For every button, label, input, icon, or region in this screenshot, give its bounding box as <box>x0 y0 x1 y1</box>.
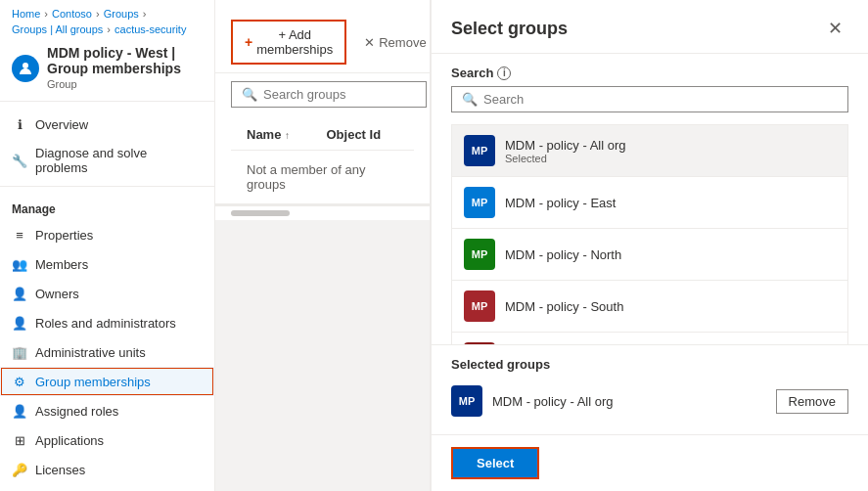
sidebar-nav: ℹ Overview 🔧 Diagnose and solve problems… <box>0 102 214 491</box>
toolbar: + + Add memberships ✕ Remove <box>231 12 414 72</box>
gear-icon: ⚙ <box>12 374 27 389</box>
add-memberships-label: + Add memberships <box>256 27 333 57</box>
group-item-east[interactable]: MP MDM - policy - East <box>452 177 847 229</box>
panel-title: Select groups <box>451 19 568 39</box>
page-header: MDM policy - West | Group memberships Gr… <box>0 39 214 102</box>
roles-icon: 👤 <box>12 315 27 331</box>
page-subtitle: Group <box>47 78 77 90</box>
col-name-header: Name ↑ <box>247 127 319 142</box>
sidebar-item-azure-roles[interactable]: 🛡 Azure role assignments <box>0 484 214 491</box>
avatar-north: MP <box>464 239 495 270</box>
sidebar-item-group-memberships[interactable]: ⚙ Group memberships <box>0 367 214 396</box>
group-info-all-org: MDM - policy - All org Selected <box>505 138 836 164</box>
scroll-row <box>215 204 430 220</box>
breadcrumb-contoso[interactable]: Contoso <box>52 8 92 20</box>
manage-section-label: Manage <box>0 191 214 220</box>
sidebar-label-assigned-roles: Assigned roles <box>35 404 118 419</box>
sidebar-item-admin-units[interactable]: 🏢 Administrative units <box>0 337 214 367</box>
group-list: MP MDM - policy - All org Selected MP MD… <box>451 124 848 344</box>
group-name-south: MDM - policy - South <box>505 299 836 314</box>
sidebar-label-roles: Roles and administrators <box>35 316 176 331</box>
licenses-icon: 🔑 <box>12 462 27 477</box>
sidebar-item-diagnose[interactable]: 🔧 Diagnose and solve problems <box>0 139 214 182</box>
wrench-icon: 🔧 <box>12 153 27 168</box>
search-info-icon: i <box>497 67 511 80</box>
remove-x-icon: ✕ <box>364 35 375 50</box>
info-icon: ℹ <box>12 116 27 132</box>
search-groups-input[interactable] <box>263 87 416 102</box>
select-button[interactable]: Select <box>451 447 539 479</box>
selected-item-all-org: MP MDM - policy - All org Remove <box>451 379 848 423</box>
sidebar-item-owners[interactable]: 👤 Owners <box>0 279 214 308</box>
page-title: MDM policy - West | Group memberships <box>47 45 203 76</box>
sidebar-label-admin-units: Administrative units <box>35 345 146 360</box>
sidebar: Home › Contoso › Groups › Groups | All g… <box>0 0 215 491</box>
selected-section-title: Selected groups <box>451 357 848 372</box>
group-name-all-org: MDM - policy - All org <box>505 138 836 153</box>
sidebar-item-roles[interactable]: 👤 Roles and administrators <box>0 308 214 337</box>
sidebar-item-members[interactable]: 👥 Members <box>0 249 214 279</box>
scroll-thumb[interactable] <box>231 210 290 216</box>
search-icon: 🔍 <box>242 87 257 102</box>
sidebar-label-overview: Overview <box>35 117 88 132</box>
remove-selected-button[interactable]: Remove <box>776 389 848 414</box>
main-content: + + Add memberships ✕ Remove 🔍 Name ↑ Ob… <box>215 0 430 491</box>
panel-search-container: 🔍 <box>451 86 848 112</box>
search-groups-container: 🔍 <box>231 81 427 108</box>
page-icon <box>12 55 39 82</box>
sidebar-item-licenses[interactable]: 🔑 Licenses <box>0 455 214 484</box>
select-groups-panel: Select groups ✕ Search i 🔍 MP MDM - poli… <box>430 0 868 491</box>
breadcrumb-cactus[interactable]: cactus-security <box>114 23 186 35</box>
sidebar-item-overview[interactable]: ℹ Overview <box>0 110 214 139</box>
sidebar-item-properties[interactable]: ≡ Properties <box>0 220 214 249</box>
owner-icon: 👤 <box>12 286 27 301</box>
members-icon: 👥 <box>12 256 27 272</box>
selected-name-all-org: MDM - policy - All org <box>492 394 766 409</box>
breadcrumb-all-groups[interactable]: Groups | All groups <box>12 23 103 35</box>
group-item-all-org[interactable]: MP MDM - policy - All org Selected <box>452 125 847 177</box>
sidebar-item-applications[interactable]: ⊞ Applications <box>0 425 214 455</box>
sidebar-item-assigned-roles[interactable]: 👤 Assigned roles <box>0 396 214 425</box>
group-item-north[interactable]: MP MDM - policy - North <box>452 229 847 281</box>
sidebar-label-properties: Properties <box>35 228 93 243</box>
sort-icon: ↑ <box>285 130 290 141</box>
applications-icon: ⊞ <box>12 432 27 448</box>
table-body: Not a member of any groups <box>231 151 414 203</box>
search-row: 🔍 <box>215 73 430 115</box>
group-name-east: MDM - policy - East <box>505 196 836 210</box>
main-header: + + Add memberships ✕ Remove <box>215 0 430 73</box>
add-memberships-button[interactable]: + + Add memberships <box>231 20 346 65</box>
sidebar-label-owners: Owners <box>35 287 79 301</box>
table-header: Name ↑ Object Id <box>231 119 414 151</box>
page-header-text: MDM policy - West | Group memberships Gr… <box>47 45 203 91</box>
group-item-south[interactable]: MP MDM - policy - South <box>452 281 847 333</box>
panel-search-input[interactable] <box>483 92 838 107</box>
plus-icon: + <box>245 34 252 50</box>
panel-search-icon: 🔍 <box>462 92 478 107</box>
avatar-east: MP <box>464 187 495 218</box>
panel-header: Select groups ✕ <box>432 0 868 54</box>
svg-point-0 <box>23 63 28 68</box>
divider-1 <box>0 186 214 187</box>
group-selected-tag-all-org: Selected <box>505 153 836 164</box>
admin-units-icon: 🏢 <box>12 344 27 360</box>
breadcrumb-home[interactable]: Home <box>12 8 40 20</box>
remove-label: Remove <box>379 35 426 50</box>
search-label: Search i <box>451 66 848 80</box>
group-info-east: MDM - policy - East <box>505 196 836 210</box>
group-info-south: MDM - policy - South <box>505 299 836 314</box>
selected-groups-section: Selected groups MP MDM - policy - All or… <box>432 344 868 434</box>
avatar-all-org: MP <box>464 135 495 166</box>
sidebar-label-applications: Applications <box>35 433 104 448</box>
group-item-west[interactable]: MP MDM - policy - West <box>452 333 847 344</box>
assigned-roles-icon: 👤 <box>12 403 27 419</box>
panel-close-button[interactable]: ✕ <box>822 16 848 41</box>
panel-body: Search i 🔍 MP MDM - policy - All org Sel… <box>432 54 868 344</box>
remove-button[interactable]: ✕ Remove <box>354 29 430 56</box>
empty-message: Not a member of any groups <box>247 162 365 192</box>
sidebar-label-group-memberships: Group memberships <box>35 375 151 389</box>
selected-avatar-all-org: MP <box>451 385 482 417</box>
group-name-north: MDM - policy - North <box>505 247 836 262</box>
breadcrumb-groups[interactable]: Groups <box>104 8 139 20</box>
col-obj-header: Object Id <box>327 127 399 142</box>
